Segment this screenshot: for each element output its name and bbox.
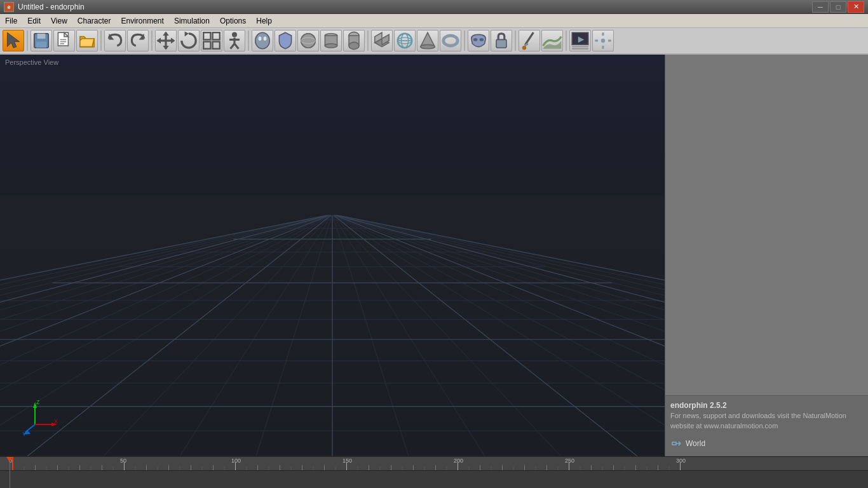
grid-canvas [0,55,665,456]
svg-text:e: e [7,4,10,10]
svg-marker-16 [157,37,161,44]
window-title: Untitled - endorphin [18,3,85,11]
svg-text:Y: Y [22,431,26,437]
svg-text:Z: Z [36,399,40,405]
rotate-tool-button[interactable] [178,30,200,51]
toolbar-separator-8 [151,30,153,51]
world-item[interactable]: World [670,436,863,451]
capsule-tool-button[interactable] [343,30,365,51]
lock-tool-button[interactable] [491,30,512,51]
svg-point-28 [255,32,269,49]
svg-rect-20 [213,32,220,39]
open-tool-button[interactable] [76,30,98,51]
endorphin-description: For news, support and downloads visit th… [670,411,863,431]
close-button[interactable]: ✕ [848,1,864,13]
timeline-track[interactable] [0,471,868,488]
svg-rect-71 [672,442,676,445]
timeline-area[interactable] [0,456,868,488]
right-panel-top [665,55,868,396]
toolbar-separator-27 [515,30,516,51]
face-tool-button[interactable] [252,30,273,51]
world-icon [672,438,682,449]
mask-tool-button[interactable] [468,30,489,51]
svg-point-23 [232,32,237,37]
minimize-button[interactable]: ─ [812,1,829,13]
select-tool-button[interactable] [3,30,24,51]
axis-indicator: Z X Y [22,399,60,437]
ruler-canvas [6,456,868,470]
move-tool-button[interactable] [155,30,177,51]
svg-rect-4 [36,42,46,48]
svg-point-29 [259,37,262,41]
menu-item-edit[interactable]: Edit [22,14,46,27]
svg-point-57 [601,39,605,43]
svg-point-32 [301,34,315,48]
terrain-tool-button[interactable] [541,30,563,51]
maximize-button[interactable]: □ [830,1,846,13]
new-tool-button[interactable] [53,30,75,51]
svg-rect-22 [213,42,220,49]
svg-text:X: X [54,418,58,424]
viewport-label: Perspective View [5,58,58,66]
redo-tool-button[interactable] [127,30,149,51]
main-area: Perspective View Z X Y endorphi [0,55,868,456]
viewport[interactable]: Perspective View Z X Y [0,55,665,456]
svg-point-46 [444,36,458,46]
toolbar-separator-30 [566,30,567,51]
shield-tool-button[interactable] [275,30,296,51]
toolbar-separator-24 [464,30,465,51]
render-tool-button[interactable] [569,30,591,51]
app-icon: e [4,2,14,12]
undo-tool-button[interactable] [104,30,126,51]
svg-point-45 [421,44,435,48]
titlebar-left: e Untitled - endorphin [4,2,85,12]
menu-item-view[interactable]: View [46,14,72,27]
svg-point-52 [522,46,526,50]
right-panel-bottom: endorphin 2.5.2 For news, support and do… [665,396,868,456]
paint-tool-button[interactable] [519,30,540,51]
svg-rect-19 [203,32,210,39]
titlebar: e Untitled - endorphin ─ □ ✕ [0,0,868,14]
toolbar-separator-1 [27,30,28,51]
menu-item-simulation[interactable]: Simulation [169,14,215,27]
svg-rect-3 [37,34,46,39]
save-tool-button[interactable] [31,30,52,51]
svg-point-48 [480,38,484,41]
svg-line-50 [526,32,534,44]
svg-rect-49 [496,39,506,48]
extra-tool-button[interactable] [592,30,614,51]
sphere-tool-button[interactable] [297,30,319,51]
timeline-ruler [0,457,868,471]
toolbar-separator-13 [248,30,249,51]
endorphin-info: endorphin 2.5.2 For news, support and do… [670,401,863,431]
menu-item-environment[interactable]: Environment [116,14,169,27]
menu-item-character[interactable]: Character [72,14,116,27]
svg-point-47 [473,38,477,41]
svg-marker-18 [185,32,189,37]
svg-marker-14 [163,32,169,36]
svg-rect-21 [203,42,210,49]
menu-item-options[interactable]: Options [215,14,251,27]
playhead-line [10,462,10,488]
right-panel: endorphin 2.5.2 For news, support and do… [665,55,868,456]
world-label: World [686,439,705,448]
torus-tool-button[interactable] [440,30,461,51]
cone-tool-button[interactable] [417,30,438,51]
toolbar [0,28,868,55]
cylinder-tool-button[interactable] [320,30,342,51]
box-tool-button[interactable] [371,30,393,51]
figure-tool-button[interactable] [224,30,245,51]
svg-marker-17 [171,37,175,44]
endorphin-version: endorphin 2.5.2 [670,401,863,410]
menu-item-file[interactable]: File [0,14,22,27]
svg-marker-15 [163,46,169,50]
svg-point-39 [349,42,359,49]
toolbar-separator-19 [367,30,369,51]
scale-tool-button[interactable] [201,30,222,51]
menu-item-help[interactable]: Help [251,14,277,27]
toolbar-separator-5 [100,30,102,51]
playhead-triangle [6,457,13,462]
svg-point-30 [264,37,267,41]
globe-tool-button[interactable] [394,30,416,51]
playhead[interactable] [6,457,13,488]
